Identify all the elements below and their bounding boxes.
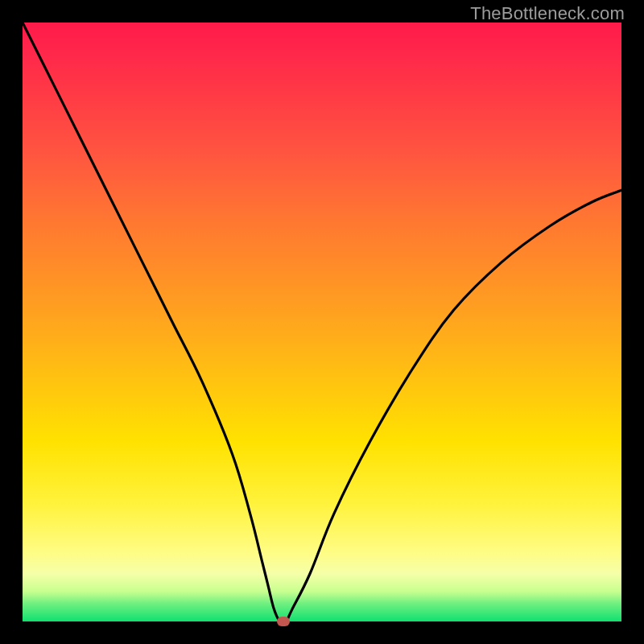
- curve-svg: [23, 23, 621, 621]
- bottleneck-curve-path: [23, 23, 621, 621]
- optimal-point-marker: [277, 617, 290, 626]
- chart-frame: TheBottleneck.com: [0, 0, 644, 644]
- plot-area: [23, 23, 621, 621]
- watermark-text: TheBottleneck.com: [470, 3, 625, 24]
